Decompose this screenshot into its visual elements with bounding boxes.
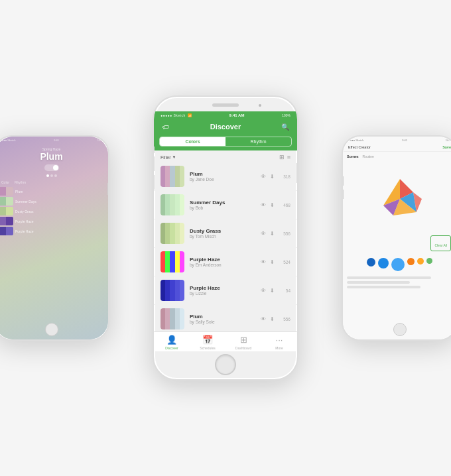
count-5: 54 [279, 288, 290, 293]
more-icon: ··· [276, 335, 283, 345]
dot-5 [417, 258, 424, 265]
color-author-2: by Bob [190, 206, 261, 210]
center-speaker [212, 103, 239, 107]
left-toggle [44, 164, 59, 171]
download-icon-1[interactable]: ⬇ [270, 174, 275, 180]
center-camera [259, 104, 261, 107]
eye-icon-2[interactable]: 👁 [261, 202, 266, 208]
left-item-4: Purple Haze [0, 217, 104, 225]
count-2: 468 [279, 203, 290, 208]
center-top-nav: 🏷 Discover 🔍 [154, 119, 297, 134]
left-screen: ●●●●● Sketch 9:41 100% Spring Haze Plum [0, 137, 108, 339]
dot-6 [426, 258, 432, 264]
color-item-4: Purple Haze by Em Anderson 👁 ⬇ 524 [154, 248, 297, 276]
filter-chevron-icon: ▼ [172, 155, 176, 159]
right-nav-bar: Effect Creator Save [343, 143, 451, 152]
tab-dashboard[interactable]: ⊞ Dashboard [226, 335, 261, 350]
color-name-2: Summer Days [190, 200, 261, 206]
right-screen: ●●●●● Sketch 9:41 100% Effect Creator Sa… [343, 137, 451, 339]
right-tab-routine: Routine [363, 154, 374, 158]
left-item-2: Summer Days [0, 197, 104, 206]
left-side-btn [107, 183, 109, 195]
count-1: 318 [279, 174, 290, 179]
download-icon-5[interactable]: ⬇ [270, 288, 275, 294]
eye-icon-4[interactable]: 👁 [261, 259, 266, 265]
right-header-title: Effect Creator [348, 145, 371, 149]
left-item-1: Plum [0, 187, 104, 196]
tab-label-discover: Discover [165, 346, 178, 350]
color-author-1: by Jane Doe [190, 177, 261, 182]
segment-rhythm[interactable]: Rhythm [226, 137, 291, 146]
center-segment-control: Colors Rhythm [154, 134, 297, 150]
dashboard-icon: ⊞ [240, 335, 247, 345]
tab-schedules[interactable]: 📅 Schedules [190, 335, 226, 350]
swatch-6 [161, 308, 184, 329]
right-status-bar: ●●●●● Sketch 9:41 100% [343, 137, 451, 142]
download-icon-6[interactable]: ⬇ [270, 316, 275, 322]
filter-button[interactable]: Filter ▼ [161, 155, 176, 160]
segment-colors[interactable]: Colors [160, 137, 226, 146]
eye-icon-3[interactable]: 👁 [261, 231, 266, 237]
center-color-list: Plum by Jane Doe 👁 ⬇ 318 [154, 162, 297, 331]
filter-row: Filter ▼ ⊞ ≡ [154, 150, 297, 162]
left-title-big: Plum [0, 151, 104, 162]
color-item-2: Summer Days by Bob 👁 ⬇ 468 [154, 191, 297, 219]
color-author-6: by Sally Sole [190, 320, 261, 324]
color-author-3: by Tom Misch [190, 234, 261, 239]
tab-label-schedules: Schedules [200, 346, 215, 350]
color-item-3: Dusty Grass by Tom Misch 👁 ⬇ 556 [154, 219, 297, 248]
count-6: 556 [279, 317, 290, 322]
left-home-btn [45, 323, 58, 336]
color-name-4: Purple Haze [190, 257, 261, 263]
discover-icon: 👤 [166, 335, 177, 345]
filter-label: Filter [161, 155, 171, 160]
right-chart-area [343, 162, 451, 235]
color-author-5: by Lizzie [190, 291, 261, 296]
dot-4 [407, 258, 415, 265]
center-content: ●●●●● Sketch 📶 9:41 AM 100% 🏷 Discover 🔍… [154, 97, 297, 379]
download-icon-3[interactable]: ⬇ [270, 231, 275, 237]
dot-2 [378, 258, 389, 268]
right-tab-scenes: Scenes [347, 154, 359, 158]
nav-left-icon: 🏷 [161, 123, 171, 131]
color-name-6: Plum [190, 314, 261, 320]
eye-icon-5[interactable]: 👁 [261, 288, 266, 294]
color-item-5: Purple Haze by Lizzie 👁 ⬇ 54 [154, 276, 297, 305]
left-item-3: Dusty Grass [0, 207, 104, 215]
swatch-3 [161, 223, 184, 244]
right-color-dots [343, 255, 451, 274]
tab-more[interactable]: ··· More [261, 335, 297, 350]
download-icon-4[interactable]: ⬇ [270, 259, 275, 265]
geo-chart-svg [370, 169, 430, 229]
color-name-5: Purple Haze [190, 285, 261, 291]
right-home-btn [393, 323, 407, 336]
grid-view-icon[interactable]: ⊞ [279, 154, 285, 160]
phone-center: ●●●●● Sketch 📶 9:41 AM 100% 🏷 Discover 🔍… [153, 95, 298, 381]
list-view-icon[interactable]: ≡ [287, 154, 290, 160]
color-item-6: Plum by Sally Sole 👁 ⬇ 556 [154, 305, 297, 331]
left-item-5: Purple Haze [0, 227, 104, 235]
eye-icon-1[interactable]: 👁 [261, 174, 266, 180]
center-battery: 100% [282, 113, 290, 117]
download-icon-2[interactable]: ⬇ [270, 202, 275, 208]
swatch-4 [161, 251, 184, 272]
swatch-2 [161, 194, 184, 215]
schedules-icon: 📅 [202, 335, 213, 345]
center-home-btn [215, 354, 236, 375]
right-save-btn[interactable]: Save [442, 145, 451, 149]
center-tab-bar: 👤 Discover 📅 Schedules ⊞ Dashboard ··· M… [154, 331, 297, 351]
right-clear-btn[interactable]: Clear All [434, 243, 447, 247]
count-4: 524 [279, 260, 290, 265]
nav-right-icon: 🔍 [280, 123, 290, 131]
tab-discover[interactable]: 👤 Discover [154, 335, 190, 350]
phone-left: ●●●●● Sketch 9:41 100% Spring Haze Plum [0, 135, 109, 341]
color-name-1: Plum [190, 171, 261, 177]
left-tab-color: Color [1, 180, 9, 184]
center-status-bar: ●●●●● Sketch 📶 9:41 AM 100% [154, 111, 297, 119]
left-status-bar: ●●●●● Sketch 9:41 100% [0, 137, 108, 142]
dot-3 [391, 258, 405, 271]
count-3: 556 [279, 231, 290, 236]
eye-icon-6[interactable]: 👁 [261, 316, 266, 322]
center-power-btn [296, 163, 298, 183]
color-author-4: by Em Anderson [190, 263, 261, 267]
